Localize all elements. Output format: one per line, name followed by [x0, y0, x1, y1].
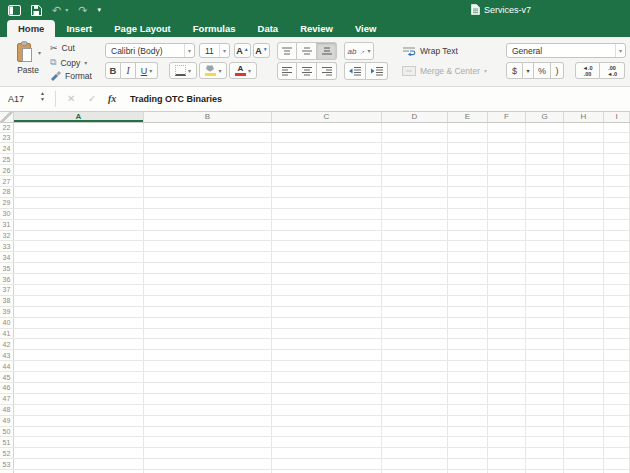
row-header-47[interactable]: 47 [0, 394, 14, 404]
cell-E25[interactable] [448, 154, 488, 164]
cell-D32[interactable] [382, 231, 448, 241]
column-header-C[interactable]: C [272, 112, 382, 122]
cell-F40[interactable] [488, 318, 526, 328]
cell-C38[interactable] [272, 296, 382, 306]
cell-A24[interactable] [14, 143, 144, 153]
cell-G39[interactable] [526, 307, 564, 317]
cell-G34[interactable] [526, 252, 564, 262]
row-header-52[interactable]: 52 [0, 448, 14, 458]
cell-I38[interactable] [604, 296, 630, 306]
tab-data[interactable]: Data [247, 20, 290, 37]
cell-C29[interactable] [272, 198, 382, 208]
cell-G43[interactable] [526, 350, 564, 360]
cell-A48[interactable] [14, 405, 144, 415]
font-color-button[interactable]: A ▾ [229, 62, 257, 79]
cell-E33[interactable] [448, 241, 488, 251]
cell-F45[interactable] [488, 372, 526, 382]
cell-I27[interactable] [604, 176, 630, 186]
cell-A34[interactable] [14, 252, 144, 262]
cell-B30[interactable] [144, 209, 272, 219]
cell-G44[interactable] [526, 361, 564, 371]
cell-C45[interactable] [272, 372, 382, 382]
currency-button[interactable]: $ [506, 62, 523, 79]
cell-B23[interactable] [144, 133, 272, 143]
row-header-42[interactable]: 42 [0, 339, 14, 349]
cell-H23[interactable] [564, 133, 604, 143]
cell-B38[interactable] [144, 296, 272, 306]
cell-F32[interactable] [488, 231, 526, 241]
cell-C25[interactable] [272, 154, 382, 164]
tab-formulas[interactable]: Formulas [182, 20, 247, 37]
cell-G47[interactable] [526, 394, 564, 404]
cell-G25[interactable] [526, 154, 564, 164]
row-header-36[interactable]: 36 [0, 274, 14, 284]
cell-D22[interactable] [382, 123, 448, 132]
cell-F28[interactable] [488, 187, 526, 197]
cell-F26[interactable] [488, 165, 526, 175]
paste-button[interactable]: ▾ Paste [8, 41, 48, 75]
cell-G45[interactable] [526, 372, 564, 382]
cell-I33[interactable] [604, 241, 630, 251]
increase-indent-button[interactable] [366, 62, 388, 80]
cell-C33[interactable] [272, 241, 382, 251]
cell-E30[interactable] [448, 209, 488, 219]
cell-C47[interactable] [272, 394, 382, 404]
cell-A39[interactable] [14, 307, 144, 317]
cell-F48[interactable] [488, 405, 526, 415]
row-header-28[interactable]: 28 [0, 187, 14, 197]
row-header-48[interactable]: 48 [0, 405, 14, 415]
tab-review[interactable]: Review [289, 20, 344, 37]
cell-C43[interactable] [272, 350, 382, 360]
cell-F23[interactable] [488, 133, 526, 143]
align-bottom-button[interactable] [317, 42, 337, 60]
cell-A46[interactable] [14, 383, 144, 393]
cell-I44[interactable] [604, 361, 630, 371]
cell-H50[interactable] [564, 427, 604, 437]
cell-C28[interactable] [272, 187, 382, 197]
cell-F43[interactable] [488, 350, 526, 360]
cell-H37[interactable] [564, 285, 604, 295]
cell-I24[interactable] [604, 143, 630, 153]
fill-color-button[interactable]: ▾ [199, 62, 227, 79]
cell-H53[interactable] [564, 459, 604, 469]
cell-D51[interactable] [382, 437, 448, 447]
cell-B49[interactable] [144, 416, 272, 426]
cell-F36[interactable] [488, 274, 526, 284]
decrease-font-size-button[interactable]: A▼ [253, 43, 270, 58]
cell-I46[interactable] [604, 383, 630, 393]
cell-I45[interactable] [604, 372, 630, 382]
cell-F29[interactable] [488, 198, 526, 208]
cell-C34[interactable] [272, 252, 382, 262]
column-header-E[interactable]: E [448, 112, 488, 122]
row-header-22[interactable]: 22 [0, 123, 14, 132]
cell-C52[interactable] [272, 448, 382, 458]
font-name-select[interactable]: Calibri (Body) ▾ [105, 43, 195, 58]
cell-I36[interactable] [604, 274, 630, 284]
cell-B25[interactable] [144, 154, 272, 164]
cell-F37[interactable] [488, 285, 526, 295]
cell-G30[interactable] [526, 209, 564, 219]
cell-G38[interactable] [526, 296, 564, 306]
cell-I28[interactable] [604, 187, 630, 197]
cell-E29[interactable] [448, 198, 488, 208]
cell-A53[interactable] [14, 459, 144, 469]
cell-H41[interactable] [564, 329, 604, 339]
cell-H44[interactable] [564, 361, 604, 371]
cell-D52[interactable] [382, 448, 448, 458]
row-header-41[interactable]: 41 [0, 329, 14, 339]
cell-G24[interactable] [526, 143, 564, 153]
cell-A50[interactable] [14, 427, 144, 437]
cell-E24[interactable] [448, 143, 488, 153]
cell-G36[interactable] [526, 274, 564, 284]
cell-C48[interactable] [272, 405, 382, 415]
cell-F50[interactable] [488, 427, 526, 437]
cell-F53[interactable] [488, 459, 526, 469]
cell-D53[interactable] [382, 459, 448, 469]
row-header-43[interactable]: 43 [0, 350, 14, 360]
select-all-corner[interactable] [0, 112, 14, 122]
row-header-27[interactable]: 27 [0, 176, 14, 186]
redo-icon[interactable]: ↷ [78, 5, 87, 16]
cell-H35[interactable] [564, 263, 604, 273]
cell-E22[interactable] [448, 123, 488, 132]
cell-F49[interactable] [488, 416, 526, 426]
